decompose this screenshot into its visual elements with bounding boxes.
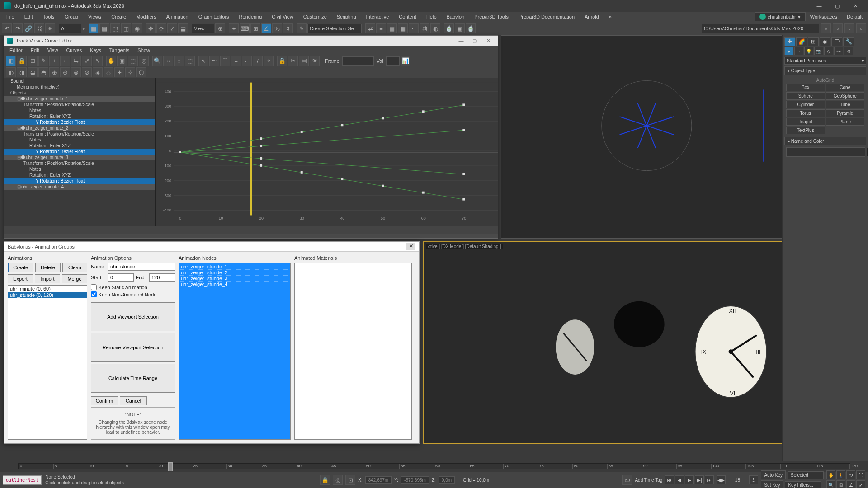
manipulate-button[interactable]: ✦ xyxy=(229,23,239,33)
material-button[interactable]: ◐ xyxy=(430,23,440,33)
tv-tan-slow-button[interactable]: ⌣ xyxy=(231,56,241,66)
tv-pan-button[interactable]: ✋ xyxy=(106,56,116,66)
path-btn2[interactable]: ▫ xyxy=(833,23,843,33)
tvmenu-view[interactable]: View xyxy=(44,47,62,53)
geometry-subtab[interactable]: ● xyxy=(784,47,793,55)
menu-edit[interactable]: Edit xyxy=(20,13,38,20)
trackview-minimize[interactable]: — xyxy=(454,38,468,43)
undo-button[interactable]: ↶ xyxy=(2,23,12,33)
hierarchy-tab[interactable]: ⊞ xyxy=(808,37,819,46)
render-setup-button[interactable]: 🍵 xyxy=(444,23,454,33)
prim-box[interactable]: Box xyxy=(786,84,825,91)
shapes-subtab[interactable]: ○ xyxy=(794,47,803,55)
link-button[interactable]: 🔗 xyxy=(24,23,33,33)
export-button[interactable]: Export xyxy=(8,274,33,283)
tv-g-button[interactable]: ⊗ xyxy=(71,67,81,77)
animations-list[interactable]: uhr_minute (0, 60)uhr_stunde (0, 120) xyxy=(8,285,87,440)
play-button[interactable]: ▶ xyxy=(685,475,694,484)
curve-editor-button[interactable]: 〰 xyxy=(409,23,419,33)
filter-dropdown[interactable] xyxy=(59,24,81,33)
vp-orbit-button[interactable]: ⟲ xyxy=(846,470,855,479)
tvmenu-tangents[interactable]: Tangents xyxy=(106,47,133,53)
tv-stats-button[interactable]: 📊 xyxy=(401,56,410,66)
goto-end-button[interactable]: ⏭ xyxy=(705,475,714,484)
tv-isolate-button[interactable]: ◎ xyxy=(139,56,149,66)
ribbon-button[interactable]: ▦ xyxy=(398,23,408,33)
menu-rendering[interactable]: Rendering xyxy=(235,13,267,20)
tree-node[interactable]: Notes xyxy=(4,137,155,143)
minimize-button[interactable]: — xyxy=(810,1,828,10)
workspace-selector[interactable]: Default xyxy=(843,13,866,20)
tv-tan-linear-button[interactable]: / xyxy=(253,56,263,66)
tvmenu-curves[interactable]: Curves xyxy=(62,47,85,53)
tv-slidekey-button[interactable]: ⇆ xyxy=(71,56,81,66)
vp-walk-button[interactable]: 🚶 xyxy=(836,470,845,479)
percent-snap-button[interactable]: % xyxy=(272,23,282,33)
render-button[interactable]: 🍵 xyxy=(466,23,476,33)
tv-frame-button[interactable]: ▣ xyxy=(117,56,127,66)
menu-tools[interactable]: Tools xyxy=(38,13,59,20)
maxscript-listener[interactable]: outlinerNest xyxy=(3,475,42,485)
systems-subtab[interactable]: ⚙ xyxy=(844,47,853,55)
keep-static-checkbox[interactable] xyxy=(91,284,97,290)
menu-arnold[interactable]: Arnold xyxy=(580,13,604,20)
tv-tan-custom-button[interactable]: ✧ xyxy=(264,56,274,66)
x-coord[interactable]: 842,697m xyxy=(365,476,392,484)
tv-j-button[interactable]: ◇ xyxy=(104,67,113,77)
trackview-graph[interactable]: 4003002001000-100-200-300-400 0102030405… xyxy=(156,78,498,226)
keymode-dropdown[interactable]: Selected xyxy=(788,471,824,479)
select-region-button[interactable]: ⬚ xyxy=(110,23,120,33)
tv-tan-smooth-button[interactable]: 〜 xyxy=(209,56,219,66)
clean-button[interactable]: Clean xyxy=(62,263,87,272)
next-frame-button[interactable]: ▶| xyxy=(695,475,704,484)
menu-prepar3d-documentation[interactable]: Prepar3D Documentation xyxy=(514,13,579,20)
name-input[interactable] xyxy=(108,263,175,271)
cameras-subtab[interactable]: 📷 xyxy=(814,47,823,55)
tv-lock-button[interactable]: 🔒 xyxy=(17,56,27,66)
path-btn1[interactable]: ▫ xyxy=(821,23,831,33)
refcoord-dropdown[interactable] xyxy=(192,24,214,33)
tree-node[interactable]: Transform : Position/Rotation/Scale xyxy=(4,131,155,137)
menu-group[interactable]: Group xyxy=(60,13,83,20)
name-color-header[interactable]: ▸ Name and Color xyxy=(784,137,866,145)
tree-node[interactable]: Sound xyxy=(4,78,155,84)
prim-geosphere[interactable]: GeoSphere xyxy=(826,92,865,100)
vp-pan-button[interactable]: ✋ xyxy=(826,470,835,479)
selection-lock-button[interactable]: ⊡ xyxy=(345,475,355,485)
unlink-button[interactable]: ⛓ xyxy=(34,23,44,33)
menu-babylon[interactable]: Babylon xyxy=(442,13,469,20)
babylon-close[interactable]: ✕ xyxy=(406,243,415,250)
layer-button[interactable]: ▤ xyxy=(387,23,397,33)
trackview-titlebar[interactable]: Track View - Curve Editor — ▢ ✕ xyxy=(4,36,498,46)
menu-graph-editors[interactable]: Graph Editors xyxy=(194,13,234,20)
tree-node[interactable]: Objects xyxy=(4,90,155,96)
prim-torus[interactable]: Torus xyxy=(786,109,825,117)
prev-frame-button[interactable]: ◀ xyxy=(675,475,684,484)
menu-customize[interactable]: Customize xyxy=(299,13,331,20)
spinner-snap-button[interactable]: ⇕ xyxy=(283,23,293,33)
tree-node[interactable]: Transform : Position/Rotation/Scale xyxy=(4,160,155,166)
redo-button[interactable]: ↷ xyxy=(13,23,23,33)
keyboard-shortcut-button[interactable]: ⌨ xyxy=(240,23,250,33)
align-button[interactable]: ≡ xyxy=(376,23,386,33)
select-object-button[interactable]: ▦ xyxy=(89,23,99,33)
goto-start-button[interactable]: ⏮ xyxy=(665,475,674,484)
menu-animation[interactable]: Animation xyxy=(162,13,193,20)
tree-node[interactable]: Rotation : Euler XYZ xyxy=(4,143,155,149)
tree-node[interactable]: Y Rotation : Bezier Float xyxy=(4,119,155,125)
path-btn4[interactable]: ▫ xyxy=(856,23,866,33)
trackview-maximize[interactable]: ▢ xyxy=(468,38,481,44)
lock-selection-button[interactable]: 🔒 xyxy=(320,475,330,485)
keyfilters-button[interactable]: Key Filters... xyxy=(785,481,821,488)
tv-b-button[interactable]: ◑ xyxy=(17,67,27,77)
prim-cone[interactable]: Cone xyxy=(826,84,865,91)
remove-viewport-button[interactable]: Remove Viewport Selection xyxy=(91,333,175,362)
display-tab[interactable]: 🖵 xyxy=(831,37,842,46)
tv-break-tan-button[interactable]: ✂ xyxy=(288,56,298,66)
tv-m-button[interactable]: ⬡ xyxy=(136,67,146,77)
edit-selset-button[interactable]: ✎ xyxy=(297,23,307,33)
tv-tan-fast-button[interactable]: ⌒ xyxy=(220,56,230,66)
helpers-subtab[interactable]: ◇ xyxy=(824,47,833,55)
tvmenu-editor[interactable]: Editor xyxy=(6,47,26,53)
prim-plane[interactable]: Plane xyxy=(826,118,865,126)
